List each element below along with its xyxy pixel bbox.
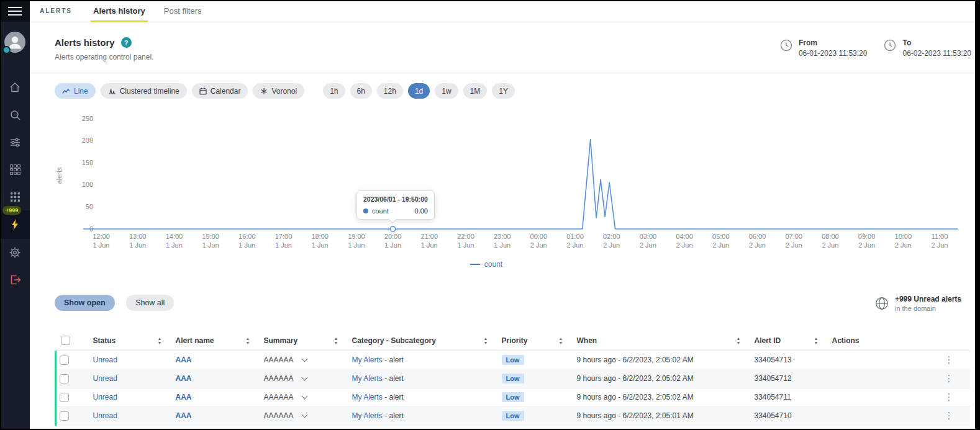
hamburger-menu-icon[interactable] <box>0 0 30 22</box>
row-checkbox[interactable] <box>60 356 69 365</box>
svg-text:14:00: 14:00 <box>166 233 183 240</box>
unread-scope-text: in the domain <box>895 305 961 312</box>
content: LineClustered timelineCalendarVoronoi 1h… <box>30 83 980 426</box>
row-actions-menu-icon[interactable]: ⋮ <box>945 392 954 402</box>
column-label: Summary <box>264 336 298 345</box>
chevron-down-icon <box>301 393 307 400</box>
svg-text:04:00: 04:00 <box>676 233 693 240</box>
status-link[interactable]: Unread <box>93 374 117 383</box>
svg-text:03:00: 03:00 <box>640 233 657 240</box>
sort-arrows-icon[interactable]: ▲▼ <box>158 337 162 344</box>
sidebar: +999 <box>0 0 30 430</box>
row-actions-cell: ⋮ <box>827 351 970 369</box>
row-checkbox[interactable] <box>60 393 69 402</box>
range-button-1d[interactable]: 1d <box>408 83 430 99</box>
sliders-icon <box>9 137 21 148</box>
row-summary-cell[interactable]: AAAAAA <box>259 388 347 406</box>
sort-arrows-icon[interactable]: ▲▼ <box>334 337 338 344</box>
sidebar-item-logout[interactable] <box>0 266 30 293</box>
view-button-line[interactable]: Line <box>55 83 96 99</box>
status-link[interactable]: Unread <box>93 393 117 401</box>
tab-alerts-history[interactable]: Alerts history <box>91 0 148 22</box>
column-header-priority[interactable]: Priority▲▼ <box>497 331 572 351</box>
svg-text:1 Jun: 1 Jun <box>312 241 329 249</box>
row-summary-cell[interactable]: AAAAAA <box>259 351 347 369</box>
svg-text:2 Jun: 2 Jun <box>932 241 948 249</box>
tooltip-series: count <box>372 207 389 215</box>
view-button-clustered-timeline[interactable]: Clustered timeline <box>101 83 187 99</box>
svg-text:2 Jun: 2 Jun <box>822 241 838 249</box>
row-select-cell <box>56 388 88 406</box>
svg-text:07:00: 07:00 <box>785 233 802 240</box>
row-priority-cell: Low <box>497 406 572 425</box>
row-summary-cell[interactable]: AAAAAA <box>259 369 347 388</box>
column-header-alert_id[interactable]: Alert ID▲▼ <box>750 331 827 351</box>
view-button-voronoi[interactable]: Voronoi <box>253 83 304 99</box>
svg-text:1 Jun: 1 Jun <box>238 241 255 249</box>
sort-arrows-icon[interactable]: ▲▼ <box>559 337 563 344</box>
alert-name-link[interactable]: AAA <box>176 374 192 383</box>
tab-post-filters[interactable]: Post filters <box>161 0 204 22</box>
series-dot-icon <box>363 208 368 213</box>
chart-legend[interactable]: count <box>55 260 918 269</box>
range-button-1w[interactable]: 1w <box>435 83 458 99</box>
row-priority-cell: Low <box>497 351 572 369</box>
chart-canvas[interactable]: alerts05010015020025012:001 Jun13:001 Ju… <box>55 106 963 255</box>
priority-badge: Low <box>502 392 524 402</box>
range-button-1M[interactable]: 1M <box>463 83 488 99</box>
category-link[interactable]: My Alerts <box>352 393 383 401</box>
sidebar-item-settings[interactable] <box>0 239 30 266</box>
sort-arrows-icon[interactable]: ▲▼ <box>814 337 819 344</box>
status-link[interactable]: Unread <box>93 356 117 364</box>
row-actions-menu-icon[interactable]: ⋮ <box>945 373 954 383</box>
sidebar-item-filters[interactable] <box>0 128 30 156</box>
category-link[interactable]: My Alerts <box>352 374 383 383</box>
row-actions-menu-icon[interactable]: ⋮ <box>945 354 954 365</box>
summary-text: AAAAAA <box>264 374 294 383</box>
time-from[interactable]: From 06-01-2023 11:53:20 <box>779 38 868 58</box>
range-button-6h[interactable]: 6h <box>350 83 372 99</box>
row-checkbox[interactable] <box>60 411 69 421</box>
user-avatar[interactable] <box>4 32 25 53</box>
column-header-summary[interactable]: Summary▲▼ <box>259 331 347 351</box>
help-icon[interactable]: ? <box>121 37 132 48</box>
svg-text:150: 150 <box>82 159 93 166</box>
row-alert-name-cell: AAA <box>171 369 259 388</box>
unread-info: +999 Unread alerts in the domain <box>874 295 961 312</box>
svg-text:21:00: 21:00 <box>421 233 438 240</box>
table-row: UnreadAAAAAAAAAMy Alerts - alertLow9 hou… <box>56 388 970 406</box>
category-link[interactable]: My Alerts <box>352 356 383 364</box>
alerts-count-badge: +999 <box>2 206 21 215</box>
sort-arrows-icon[interactable]: ▲▼ <box>484 337 488 344</box>
row-actions-menu-icon[interactable]: ⋮ <box>945 410 954 421</box>
column-header-category[interactable]: Category - Subcategory▲▼ <box>347 331 497 351</box>
column-header-status[interactable]: Status▲▼ <box>88 331 171 351</box>
logout-icon <box>9 274 21 286</box>
show-all-button[interactable]: Show all <box>126 295 174 311</box>
range-button-1h[interactable]: 1h <box>323 83 345 99</box>
time-to[interactable]: To 06-02-2023 11:53:20 <box>883 38 971 58</box>
range-button-1Y[interactable]: 1Y <box>492 83 515 99</box>
row-checkbox[interactable] <box>60 374 69 383</box>
sidebar-item-home[interactable] <box>0 74 30 101</box>
row-summary-cell[interactable]: AAAAAA <box>259 406 347 425</box>
alerts-table: Status▲▼Alert name▲▼Summary▲▼Category - … <box>55 331 970 426</box>
select-all-checkbox[interactable] <box>61 336 70 345</box>
view-button-calendar[interactable]: Calendar <box>192 83 248 99</box>
range-button-12h[interactable]: 12h <box>377 83 403 99</box>
column-header-when[interactable]: When▲▼ <box>572 331 750 351</box>
alert-name-link[interactable]: AAA <box>176 393 192 401</box>
alert-name-link[interactable]: AAA <box>176 356 192 364</box>
row-priority-cell: Low <box>497 369 572 388</box>
sort-arrows-icon[interactable]: ▲▼ <box>246 337 250 344</box>
sidebar-item-search[interactable] <box>0 101 30 128</box>
lightning-icon <box>10 218 20 231</box>
status-link[interactable]: Unread <box>93 411 117 420</box>
sidebar-item-apps[interactable] <box>0 156 30 183</box>
show-open-button[interactable]: Show open <box>55 295 115 311</box>
column-header-alert_name[interactable]: Alert name▲▼ <box>171 331 259 351</box>
sidebar-item-alerts[interactable]: +999 <box>0 210 30 239</box>
category-link[interactable]: My Alerts <box>352 411 383 420</box>
sort-arrows-icon[interactable]: ▲▼ <box>737 337 741 344</box>
alert-name-link[interactable]: AAA <box>176 411 192 420</box>
